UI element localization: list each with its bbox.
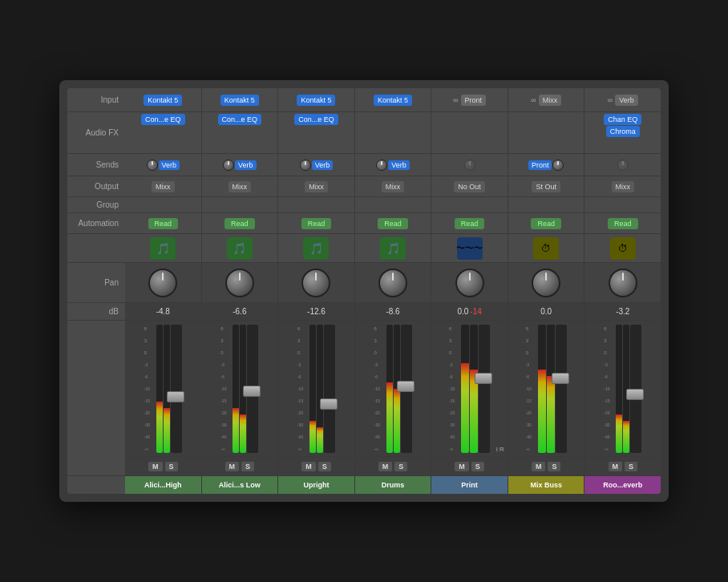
ch-upright-output[interactable]: Mixx bbox=[278, 176, 355, 196]
ch-alici-low-fx[interactable]: Con...e EQ bbox=[202, 112, 279, 153]
automation-btn-alici-high[interactable]: Read bbox=[148, 218, 179, 229]
mute-btn-alici-low[interactable]: M bbox=[225, 462, 240, 471]
pan-knob-drums[interactable] bbox=[378, 269, 407, 297]
ch-upright-fx[interactable]: Con...e EQ bbox=[278, 112, 355, 153]
ch-alici-high-icon[interactable]: 🎵 bbox=[125, 234, 202, 262]
ch-drums-icon[interactable]: 🎵 bbox=[355, 234, 432, 262]
track-icon-drums[interactable]: 🎵 bbox=[380, 237, 406, 260]
fx-btn-alici-low-1[interactable]: Con...e EQ bbox=[218, 114, 262, 125]
automation-btn-upright[interactable]: Read bbox=[301, 218, 332, 229]
ch-alici-low-automation[interactable]: Read bbox=[202, 213, 279, 233]
ch-mixbuss-ms[interactable]: M S bbox=[508, 457, 585, 475]
send-knob-upright[interactable] bbox=[300, 160, 311, 171]
ch-upright-automation[interactable]: Read bbox=[278, 213, 355, 233]
ch-alici-low-ms[interactable]: M S bbox=[202, 457, 279, 475]
ch-alici-high-fx[interactable]: Con...e EQ bbox=[125, 112, 202, 153]
ch-print-input[interactable]: ∞ Pront bbox=[431, 88, 508, 111]
track-icon-print[interactable]: 〜〜〜 bbox=[457, 237, 483, 260]
output-btn-roo[interactable]: Mixx bbox=[612, 181, 635, 192]
ch-roo-ms[interactable]: M S bbox=[584, 457, 661, 475]
input-btn-drums[interactable]: Kontakt 5 bbox=[374, 95, 412, 106]
mute-btn-roo[interactable]: M bbox=[609, 462, 623, 471]
ch-mixbuss-output[interactable]: St Out bbox=[508, 176, 585, 196]
send-knob-alici-high[interactable] bbox=[147, 160, 158, 171]
track-icon-upright[interactable]: 🎵 bbox=[303, 237, 329, 260]
ch-roo-icon[interactable]: ⏱ bbox=[584, 234, 661, 262]
ch-mixbuss-icon[interactable]: ⏱ bbox=[508, 234, 585, 262]
ch-drums-send[interactable]: Verb bbox=[355, 154, 432, 176]
pan-knob-alici-low[interactable] bbox=[225, 269, 254, 297]
pan-knob-alici-high[interactable] bbox=[148, 269, 177, 297]
input-btn-alici-high[interactable]: Kontakt 5 bbox=[144, 95, 182, 106]
ch-alici-high-pan[interactable] bbox=[125, 263, 202, 302]
ch-print-output[interactable]: No Out bbox=[431, 176, 508, 196]
ch-alici-high-ms[interactable]: M S bbox=[125, 457, 202, 475]
automation-btn-print[interactable]: Read bbox=[455, 218, 485, 229]
automation-btn-roo[interactable]: Read bbox=[608, 218, 638, 229]
pan-knob-print[interactable] bbox=[455, 269, 484, 297]
solo-btn-alici-high[interactable]: S bbox=[165, 462, 178, 471]
ch-alici-high-input[interactable]: Kontakt 5 bbox=[125, 88, 202, 111]
fader-track-alici-high[interactable] bbox=[171, 325, 182, 453]
fader-track-print[interactable] bbox=[479, 325, 490, 453]
ch-mixbuss-fader[interactable]: 630-3-6-10-15-20-30-40-∞ bbox=[508, 321, 585, 456]
track-icon-mixbuss[interactable]: ⏱ bbox=[533, 237, 559, 260]
ch-mixbuss-automation[interactable]: Read bbox=[508, 213, 585, 233]
solo-btn-roo[interactable]: S bbox=[625, 462, 637, 471]
solo-btn-print[interactable]: S bbox=[471, 462, 484, 471]
ch-upright-icon[interactable]: 🎵 bbox=[278, 234, 355, 262]
ch-alici-low-input[interactable]: Kontakt 5 bbox=[202, 88, 279, 111]
automation-btn-alici-low[interactable]: Read bbox=[224, 218, 255, 229]
ch-roo-pan[interactable] bbox=[584, 263, 661, 302]
mute-btn-drums[interactable]: M bbox=[378, 462, 393, 471]
fx-btn-alici-high-1[interactable]: Con...e EQ bbox=[141, 114, 185, 125]
input-btn-print[interactable]: Pront bbox=[461, 95, 487, 106]
ch-drums-output[interactable]: Mixx bbox=[355, 176, 432, 196]
fader-track-drums[interactable] bbox=[401, 325, 412, 453]
fx-btn-upright-1[interactable]: Con...e EQ bbox=[294, 114, 338, 125]
mute-btn-mixbuss[interactable]: M bbox=[532, 462, 546, 471]
ch-upright-fader[interactable]: 630-3-6-10-15-20-30-40-∞ bbox=[278, 321, 355, 456]
automation-btn-drums[interactable]: Read bbox=[378, 218, 408, 229]
ch-mixbuss-input[interactable]: ∞ Mixx bbox=[508, 88, 585, 111]
track-icon-alici-high[interactable]: 🎵 bbox=[150, 237, 176, 260]
ch-mixbuss-send[interactable]: Pront bbox=[508, 154, 585, 176]
fader-handle-drums[interactable] bbox=[397, 381, 415, 392]
output-btn-alici-low[interactable]: Mixx bbox=[229, 181, 252, 192]
mute-btn-print[interactable]: M bbox=[455, 462, 469, 471]
fader-handle-print[interactable] bbox=[475, 373, 492, 384]
fader-track-mixbuss[interactable] bbox=[556, 325, 567, 453]
fader-handle-alici-low[interactable] bbox=[243, 386, 261, 397]
ch-alici-low-fader[interactable]: 630-3-6-10-15-20-30-40-∞ bbox=[202, 321, 279, 456]
mute-btn-alici-high[interactable]: M bbox=[148, 462, 163, 471]
ch-print-fader[interactable]: 630-3-6-10-15-20-30-40-∞ bbox=[431, 321, 508, 456]
track-icon-alici-low[interactable]: 🎵 bbox=[227, 237, 253, 260]
pan-knob-upright[interactable] bbox=[301, 269, 330, 297]
send-knob-roo[interactable] bbox=[617, 160, 629, 171]
ch-roo-output[interactable]: Mixx bbox=[584, 176, 661, 196]
send-knob-mixbuss[interactable] bbox=[552, 160, 564, 171]
automation-btn-mixbuss[interactable]: Read bbox=[531, 218, 561, 229]
ch-roo-input[interactable]: ∞ Verb bbox=[584, 88, 661, 111]
ch-alici-low-icon[interactable]: 🎵 bbox=[202, 234, 279, 262]
ch-drums-pan[interactable] bbox=[355, 263, 432, 302]
input-btn-mixbuss[interactable]: Mixx bbox=[539, 95, 562, 106]
ch-drums-ms[interactable]: M S bbox=[355, 457, 432, 475]
send-btn-upright[interactable]: Verb bbox=[312, 160, 334, 170]
output-btn-drums[interactable]: Mixx bbox=[382, 181, 405, 192]
output-btn-print[interactable]: No Out bbox=[454, 181, 485, 192]
ch-alici-high-send[interactable]: Verb bbox=[125, 154, 202, 176]
send-knob-drums[interactable] bbox=[376, 160, 387, 171]
ch-alici-high-output[interactable]: Mixx bbox=[125, 176, 202, 196]
ch-alici-low-send[interactable]: Verb bbox=[202, 154, 279, 176]
fader-track-roo[interactable] bbox=[630, 325, 641, 453]
ch-print-pan[interactable] bbox=[431, 263, 508, 302]
output-btn-mixbuss[interactable]: St Out bbox=[532, 181, 560, 192]
pan-knob-roo[interactable] bbox=[609, 269, 637, 297]
ch-alici-low-pan[interactable] bbox=[202, 263, 279, 302]
solo-btn-mixbuss[interactable]: S bbox=[548, 462, 560, 471]
ch-roo-fx[interactable]: Chan EQ Chroma bbox=[584, 112, 661, 153]
input-btn-upright[interactable]: Kontakt 5 bbox=[297, 95, 335, 106]
input-btn-roo[interactable]: Verb bbox=[615, 95, 638, 106]
ch-print-automation[interactable]: Read bbox=[431, 213, 508, 233]
